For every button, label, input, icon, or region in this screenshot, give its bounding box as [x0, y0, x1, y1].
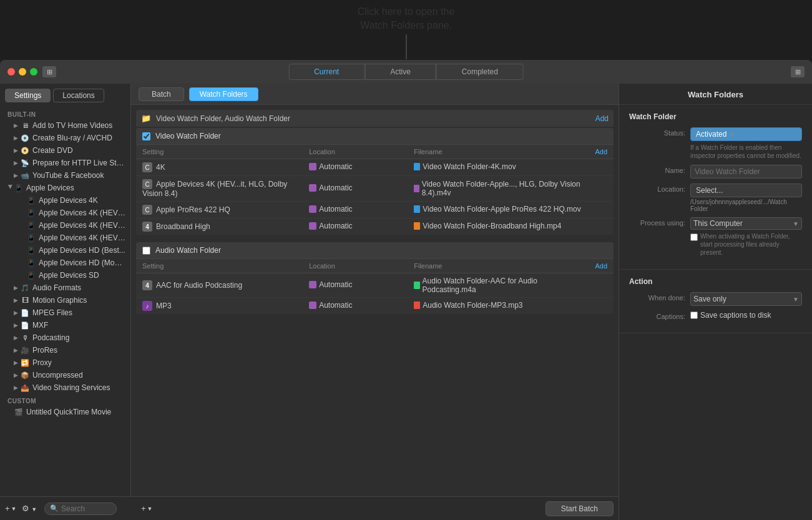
sidebar-item-label: Apple Devices 4K (HEVC...: [39, 221, 125, 230]
fullscreen-button[interactable]: [30, 68, 37, 76]
sidebar-item-add-tv[interactable]: ▶ 🖥 Add to TV Home Videos: [0, 119, 130, 132]
item-icon: 📱: [14, 183, 24, 193]
sidebar-item-motion[interactable]: ▶ 🎞 Motion Graphics: [0, 294, 130, 307]
sidebar-item-video-sharing[interactable]: ▶ 📤 Video Sharing Services: [0, 381, 130, 394]
item-icon: 📱: [26, 208, 36, 218]
audio-table-add[interactable]: Add: [595, 262, 607, 270]
tab-active[interactable]: Active: [364, 64, 436, 80]
group-add-button[interactable]: Add: [595, 114, 609, 123]
location-select-button[interactable]: Select...: [690, 184, 802, 197]
process-checkbox[interactable]: [690, 233, 698, 241]
sidebar-item-uncompressed[interactable]: ▶ 📦 Uncompressed: [0, 369, 130, 381]
layout-icon[interactable]: ⊞: [791, 66, 805, 77]
sidebar-item-apple-devices[interactable]: ▶ 📱 Apple Devices: [0, 182, 130, 194]
sidebar-item-prores[interactable]: ▶ 🎥 ProRes: [0, 344, 130, 356]
main-toolbar: Batch Watch Folders: [131, 84, 619, 105]
video-folder-checkbox[interactable]: [142, 132, 150, 140]
sidebar-item-label: Untitled QuickTime Movie: [26, 408, 111, 416]
folder-dot-icon: [309, 163, 316, 170]
sidebar-item-youtube[interactable]: ▶ 📹 YouTube & Facebook: [0, 169, 130, 182]
tab-current[interactable]: Current: [288, 64, 364, 80]
main-add-button[interactable]: + ▼: [136, 501, 158, 516]
search-icon: 🔍: [50, 504, 59, 513]
sidebar-item-ad-hd-best[interactable]: 📱 Apple Devices HD (Best...: [0, 244, 130, 257]
minimize-button[interactable]: [19, 68, 26, 76]
location-folder: Automatic: [309, 222, 352, 230]
main-scroll[interactable]: 📁 Video Watch Folder, Audio Watch Folder…: [131, 105, 619, 496]
sidebar-scroll[interactable]: BUILT-IN ▶ 🖥 Add to TV Home Videos ▶ 💿 C…: [0, 105, 130, 520]
sidebar-gear-button[interactable]: ⚙ ▼: [22, 504, 37, 513]
when-done-select[interactable]: Save only ▼: [690, 292, 802, 306]
process-select[interactable]: This Computer ▼: [690, 217, 802, 230]
section-custom: CUSTOM: [0, 394, 130, 406]
sidebar-add-button[interactable]: + ▼: [5, 504, 17, 513]
setting-icon: C: [142, 205, 152, 215]
sidebar-item-mxf[interactable]: ▶ 📄 MXF: [0, 319, 130, 331]
name-label: Name:: [629, 165, 685, 174]
action-inspector-section: Action When done: Save only ▼ Captions: …: [619, 270, 812, 333]
sidebar-item-ad-4k-hevc1[interactable]: 📱 Apple Devices 4K (HEVC...: [0, 207, 130, 219]
sidebar-item-ad-4k[interactable]: 📱 Apple Devices 4K: [0, 194, 130, 207]
audio-folder-title: Audio Watch Folder: [155, 246, 221, 255]
table-row[interactable]: CApple ProRes 422 HQ Automatic: [136, 202, 614, 218]
window-icon: ⊞: [42, 66, 56, 77]
sidebar-item-label: Create Blu-ray / AVCHD: [32, 134, 112, 142]
table-row[interactable]: 4Broadband High Automatic: [136, 218, 614, 235]
item-icon: 🎵: [20, 283, 30, 293]
item-icon: 📱: [26, 258, 36, 268]
tab-completed[interactable]: Completed: [436, 64, 524, 80]
sidebar-item-dvd[interactable]: ▶ 📀 Create DVD: [0, 144, 130, 157]
file-icon: Video Watch Folder-Apple..., HLG, Dolby …: [414, 180, 582, 197]
sidebar-item-http[interactable]: ▶ 📡 Prepare for HTTP Live Strea...: [0, 157, 130, 169]
sidebar-settings-tab[interactable]: Settings: [5, 89, 51, 102]
expand-arrow: ▶: [14, 285, 20, 291]
sidebar-item-ad-4k-hevc2[interactable]: 📱 Apple Devices 4K (HEVC...: [0, 219, 130, 232]
start-batch-button[interactable]: Start Batch: [545, 501, 614, 516]
action-section-title: Action: [629, 277, 802, 286]
sidebar-item-ad-4k-hevc3[interactable]: 📱 Apple Devices 4K (HEVC...: [0, 232, 130, 244]
name-input[interactable]: [690, 165, 802, 179]
sidebar-item-ad-hd-most[interactable]: 📱 Apple Devices HD (Most...: [0, 257, 130, 269]
sidebar-item-audio[interactable]: ▶ 🎵 Audio Formats: [0, 282, 130, 294]
expand-arrow: ▶: [14, 135, 20, 141]
file-type-icon: [414, 282, 419, 289]
video-table-add[interactable]: Add: [595, 148, 607, 155]
search-input[interactable]: [61, 504, 111, 513]
item-icon: 📱: [26, 233, 36, 243]
sidebar-item-label: ProRes: [32, 346, 57, 355]
select-arrow-icon: ▼: [793, 220, 799, 227]
add-chevron-icon: ▼: [147, 506, 153, 512]
col-filename: Filename: [408, 259, 589, 273]
status-select[interactable]: Activated ▼: [690, 127, 802, 141]
batch-button[interactable]: Batch: [139, 87, 184, 101]
table-row[interactable]: 4AAC for Audio Podcasting Automatic: [136, 273, 614, 298]
close-button[interactable]: [7, 68, 15, 76]
gear-icon: ⚙: [22, 504, 29, 513]
watch-folders-button[interactable]: Watch Folders: [189, 87, 258, 101]
sidebar-item-quicktime[interactable]: 🎬 Untitled QuickTime Movie: [0, 406, 130, 418]
sidebar-locations-tab[interactable]: Locations: [53, 89, 104, 102]
sidebar-item-podcasting[interactable]: ▶ 🎙 Podcasting: [0, 331, 130, 344]
audio-folder-checkbox[interactable]: [142, 247, 150, 255]
sidebar-item-ad-sd[interactable]: 📱 Apple Devices SD: [0, 269, 130, 282]
captions-checkbox[interactable]: [690, 312, 698, 319]
item-icon: 🖥: [20, 120, 30, 130]
table-row[interactable]: C4K Automatic: [136, 159, 614, 176]
setting-icon: 4: [142, 222, 152, 232]
sidebar-item-bluray[interactable]: ▶ 💿 Create Blu-ray / AVCHD: [0, 132, 130, 144]
item-icon: 📦: [20, 370, 30, 380]
table-row[interactable]: ♪MP3 Automatic: [136, 298, 614, 315]
col-location: Location: [303, 145, 408, 159]
process-label: Process using:: [629, 217, 685, 227]
location-cell: Automatic: [303, 159, 408, 176]
sidebar-item-proxy[interactable]: ▶ 🔁 Proxy: [0, 356, 130, 369]
table-row[interactable]: CApple Devices 4K (HEV...it, HLG, Dolby …: [136, 176, 614, 202]
sidebar-item-mpeg[interactable]: ▶ 📄 MPEG Files: [0, 307, 130, 319]
filename-cell: Video Watch Folder-Apple..., HLG, Dolby …: [408, 176, 589, 202]
setting-icon: C: [142, 179, 152, 189]
status-field-row: Status: Activated ▼ If a Watch Folder is…: [629, 127, 802, 160]
filename-cell: Video Watch Folder-Apple ProRes 422 HQ.m…: [408, 202, 589, 218]
captions-field-row: Captions: Save captions to disk: [629, 311, 802, 320]
when-done-field-row: When done: Save only ▼: [629, 292, 802, 306]
sidebar-item-label: Proxy: [32, 358, 52, 367]
